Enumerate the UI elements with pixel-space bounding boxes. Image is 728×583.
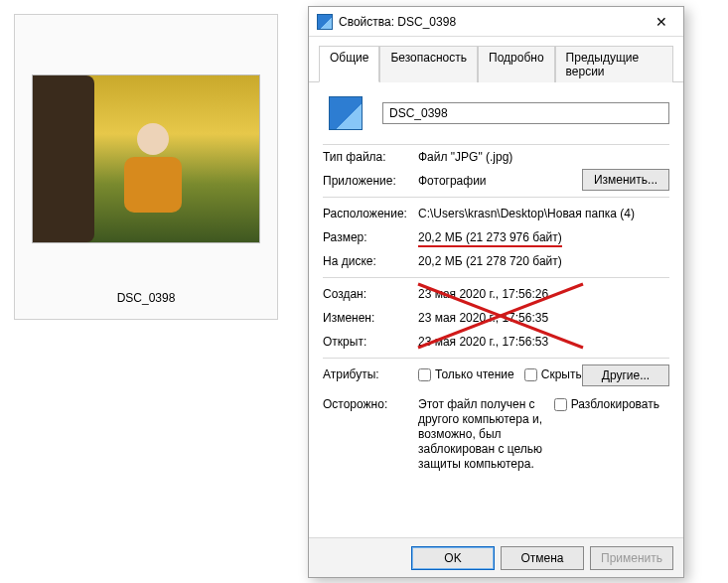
label-warning: Осторожно:	[323, 397, 418, 411]
tab-general[interactable]: Общие	[319, 46, 379, 82]
checkbox-readonly-label: Только чтение	[435, 367, 514, 381]
dialog-title: Свойства: DSC_0398	[339, 15, 642, 29]
label-sizeondisk: На диске:	[323, 254, 418, 268]
other-button[interactable]: Другие...	[582, 364, 669, 386]
label-filetype: Тип файла:	[323, 150, 418, 164]
change-button[interactable]: Изменить...	[582, 169, 669, 191]
label-size: Размер:	[323, 230, 418, 244]
label-app: Приложение:	[323, 174, 418, 188]
label-location: Расположение:	[323, 207, 418, 220]
value-filetype: Файл "JPG" (.jpg)	[418, 150, 669, 164]
value-created: 23 мая 2020 г., 17:56:26	[418, 287, 669, 301]
checkbox-readonly-input[interactable]	[418, 368, 431, 381]
cancel-button[interactable]: Отмена	[501, 546, 584, 570]
tab-details[interactable]: Подробно	[478, 46, 555, 82]
value-warning: Этот файл получен с другого компьютера и…	[418, 397, 546, 472]
dialog-footer: OK Отмена Применить	[309, 537, 683, 577]
thumbnail-caption: DSC_0398	[117, 291, 176, 305]
checkbox-hidden[interactable]: Скрытый	[524, 367, 591, 381]
thumbnail-panel: DSC_0398	[14, 14, 278, 320]
label-modified: Изменен:	[323, 311, 418, 325]
close-icon: ✕	[655, 14, 667, 30]
filename-input[interactable]	[382, 102, 669, 124]
value-accessed: 23 мая 2020 г., 17:56:53	[418, 335, 669, 349]
label-created: Создан:	[323, 287, 418, 301]
label-accessed: Открыт:	[323, 335, 418, 349]
checkbox-unblock-label: Разблокировать	[571, 397, 659, 411]
titlebar: Свойства: DSC_0398 ✕	[309, 7, 683, 37]
file-type-icon	[329, 96, 363, 130]
value-size: 20,2 МБ (21 273 976 байт)	[418, 230, 669, 244]
checkbox-readonly[interactable]: Только чтение	[418, 367, 514, 381]
properties-dialog: Свойства: DSC_0398 ✕ Общие Безопасность …	[308, 6, 684, 578]
tab-previous-versions[interactable]: Предыдущие версии	[555, 46, 673, 82]
checkbox-hidden-input[interactable]	[524, 368, 537, 381]
close-button[interactable]: ✕	[642, 8, 681, 36]
tabstrip: Общие Безопасность Подробно Предыдущие в…	[309, 37, 683, 82]
checkbox-unblock-input[interactable]	[554, 398, 567, 411]
dialog-body: Тип файла: Файл "JPG" (.jpg) Приложение:…	[309, 82, 683, 537]
checkbox-unblock[interactable]: Разблокировать	[554, 397, 659, 411]
value-sizeondisk: 20,2 МБ (21 278 720 байт)	[418, 254, 669, 268]
ok-button[interactable]: OK	[411, 546, 495, 570]
apply-button[interactable]: Применить	[590, 546, 673, 570]
value-modified: 23 мая 2020 г., 17:56:35	[418, 311, 669, 325]
label-attributes: Атрибуты:	[323, 367, 418, 381]
value-location: C:\Users\krasn\Desktop\Новая папка (4)	[418, 207, 669, 220]
thumbnail-image[interactable]	[32, 74, 260, 243]
tab-security[interactable]: Безопасность	[379, 46, 478, 82]
file-icon	[317, 14, 333, 30]
